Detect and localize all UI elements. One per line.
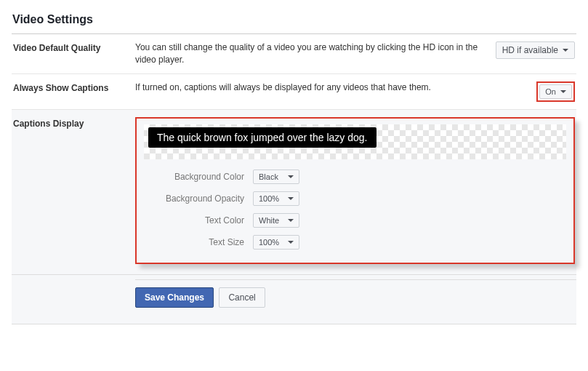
caret-down-icon: [288, 241, 294, 244]
actions-divider: [135, 279, 576, 280]
dropdown-default-quality[interactable]: HD if available: [496, 41, 575, 59]
row-always-show-captions: Always Show Captions If turned on, capti…: [12, 74, 576, 110]
dropdown-bg-color[interactable]: Black: [253, 169, 299, 184]
label-text-color: Text Color: [144, 215, 253, 226]
caret-down-icon: [288, 197, 294, 200]
dropdown-default-quality-value: HD if available: [502, 45, 558, 55]
save-button[interactable]: Save Changes: [135, 287, 214, 308]
label-captions-display: Captions Display: [13, 117, 135, 129]
caret-down-icon: [288, 175, 294, 178]
label-always-show-captions: Always Show Captions: [13, 81, 135, 93]
label-text-size: Text Size: [144, 237, 253, 247]
dropdown-bg-opacity-value: 100%: [259, 194, 279, 203]
caption-preview-checkerboard: The quick brown fox jumped over the lazy…: [144, 124, 566, 159]
dropdown-bg-color-value: Black: [259, 172, 278, 181]
label-bg-color: Background Color: [144, 172, 253, 182]
row-captions-display: Captions Display The quick brown fox jum…: [12, 110, 576, 275]
caption-options: Background Color Black Background Opacit…: [144, 169, 566, 250]
dropdown-text-size[interactable]: 100%: [253, 235, 299, 250]
dropdown-text-color-value: White: [259, 216, 279, 225]
caret-down-icon: [563, 49, 568, 52]
dropdown-always-captions-value: On: [545, 87, 556, 96]
actions-bar: Save Changes Cancel: [12, 275, 576, 324]
caret-down-icon: [560, 90, 566, 93]
dropdown-always-captions[interactable]: On: [539, 84, 572, 99]
desc-video-default-quality: You can still change the quality of a vi…: [135, 41, 496, 66]
caption-preview-text: The quick brown fox jumped over the lazy…: [148, 127, 376, 148]
page-title: Video Settings: [12, 10, 576, 34]
label-video-default-quality: Video Default Quality: [13, 41, 135, 53]
dropdown-bg-opacity[interactable]: 100%: [253, 191, 299, 206]
highlight-always-captions: On: [536, 81, 575, 102]
cancel-button[interactable]: Cancel: [219, 287, 265, 308]
dropdown-text-size-value: 100%: [259, 238, 279, 247]
label-bg-opacity: Background Opacity: [144, 194, 253, 204]
caret-down-icon: [288, 219, 294, 222]
row-video-default-quality: Video Default Quality You can still chan…: [12, 34, 576, 74]
desc-always-show-captions: If turned on, captions will always be di…: [135, 81, 536, 94]
dropdown-text-color[interactable]: White: [253, 213, 299, 228]
captions-display-panel: The quick brown fox jumped over the lazy…: [135, 117, 575, 264]
